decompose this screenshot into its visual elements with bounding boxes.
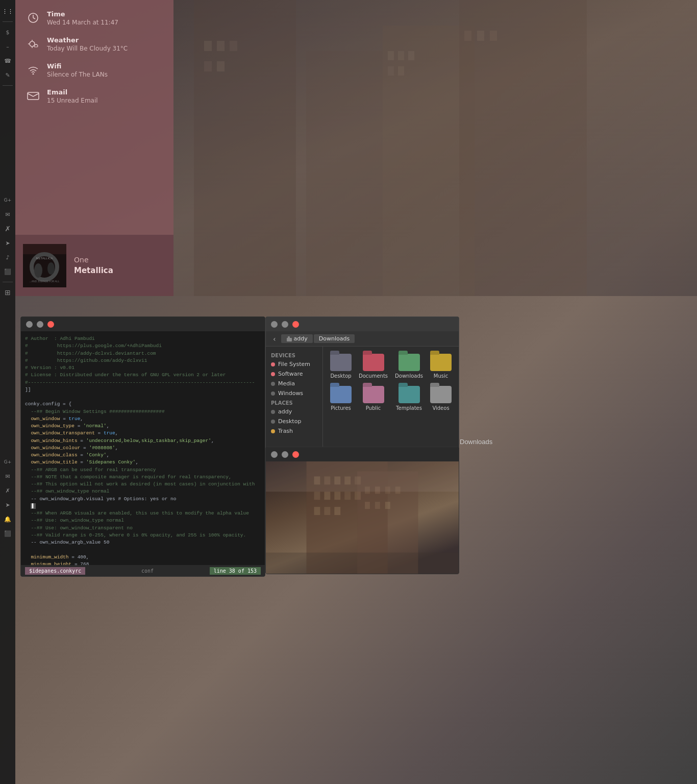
folder-label: Music	[434, 373, 448, 379]
sidebar-item-label: Media	[278, 380, 295, 387]
reddit-icon[interactable]: ⬛	[2, 265, 14, 278]
img-minimize-button[interactable]	[271, 451, 278, 458]
code-statusbar: $idepanes.conkyrc conf line 38 of 153	[21, 565, 265, 576]
mail-icon[interactable]: ✉	[2, 208, 14, 220]
svg-rect-60	[266, 461, 459, 492]
folder-music[interactable]: Music	[428, 352, 454, 381]
svg-rect-14	[398, 66, 404, 76]
music-info: One Metallica	[74, 256, 113, 275]
wifi-icon	[26, 62, 41, 78]
svg-rect-17	[490, 31, 497, 41]
svg-text:METALLICA: METALLICA	[36, 257, 53, 260]
music-player: METALLICA ...AND JUSTICE FOR ALL One Met…	[15, 235, 173, 296]
tool-icon[interactable]: ✗	[2, 223, 14, 235]
tool2-icon[interactable]: ✗	[2, 484, 14, 497]
bell-icon[interactable]: 🔔	[2, 513, 14, 525]
fm-breadcrumb: addy Downloads	[281, 334, 355, 343]
svg-rect-36	[288, 336, 290, 339]
phone-icon[interactable]: ☎	[2, 55, 14, 67]
fm-minimize-button[interactable]	[271, 321, 278, 328]
sidebar-item-addy[interactable]: addy	[266, 407, 322, 416]
reddit2-icon[interactable]: ⬛	[2, 527, 14, 540]
code-line: # Author : Adhi Pambudi	[25, 335, 261, 342]
svg-rect-61	[266, 553, 459, 574]
code-line: own_window_class = 'Conky',	[25, 452, 261, 459]
svg-rect-16	[477, 31, 484, 41]
code-line: own_window = true,	[25, 415, 261, 423]
fm-back-button[interactable]: ‹	[271, 335, 278, 343]
close-button[interactable]	[47, 321, 54, 328]
email-icon	[26, 88, 41, 104]
folder-label: Desktop	[330, 373, 351, 379]
apps-icon[interactable]: ⊞	[2, 286, 14, 299]
track-name: One	[74, 256, 113, 264]
dot-icon	[271, 410, 275, 414]
music-icon[interactable]: ♪	[2, 251, 14, 263]
folder-documents[interactable]: Documents	[357, 352, 390, 381]
svg-rect-49	[355, 492, 361, 500]
sidebar-item-trash[interactable]: Trash	[266, 426, 322, 436]
gplus2-icon[interactable]: G+	[2, 456, 14, 468]
weather-label: Weather	[47, 36, 128, 44]
folder-icon	[363, 354, 384, 371]
img-close-button[interactable]	[292, 451, 299, 458]
time-label: Time	[47, 10, 118, 18]
folder-pictures[interactable]: Pictures	[328, 384, 354, 413]
send2-icon[interactable]: ➤	[2, 499, 14, 511]
code-line: conky.config = {	[25, 401, 261, 408]
places-label: PLACES	[266, 398, 322, 407]
fm-crumb-addy[interactable]: addy	[281, 334, 313, 343]
sidebar-item-desktop[interactable]: Desktop	[266, 416, 322, 426]
maximize-button[interactable]	[37, 321, 43, 328]
folder-label: Videos	[432, 405, 449, 411]
time-widget: Time Wed 14 March at 11:47	[26, 10, 163, 26]
fm-sidebar: DEVICES File System Software Media Windo…	[266, 347, 323, 452]
image-viewer-window	[265, 447, 459, 574]
fm-navigation: ‹ addy Downloads	[266, 331, 459, 347]
dollar-icon[interactable]: $	[2, 26, 14, 38]
folder-desktop[interactable]: Desktop	[328, 352, 354, 381]
pen-icon[interactable]: ✎	[2, 69, 14, 81]
sidebar-item-filesystem[interactable]: File System	[266, 359, 322, 369]
gplus-icon[interactable]: G+	[2, 194, 14, 206]
img-maximize-button[interactable]	[282, 451, 288, 458]
svg-rect-50	[314, 507, 320, 515]
code-line: -- own_window_argb.visual yes # Options:…	[25, 496, 261, 503]
svg-rect-46	[324, 492, 330, 500]
folder-icon	[330, 386, 352, 403]
minimize-button[interactable]	[26, 321, 33, 328]
code-line: minimum_height = 768,	[25, 561, 261, 565]
fm-close-button[interactable]	[292, 321, 299, 328]
code-line: --## When ARGB visuals are enabled, this…	[25, 510, 261, 517]
code-line: # License : Distributed under the terms …	[25, 372, 261, 379]
folder-public[interactable]: Public	[357, 384, 390, 413]
folder-downloads[interactable]: Downloads	[393, 352, 425, 381]
sidebar-item-windows[interactable]: Windows	[266, 388, 322, 398]
folder-label: Documents	[359, 373, 388, 379]
sidebar-item-label: File System	[278, 361, 310, 368]
svg-rect-48	[344, 492, 351, 500]
folder-icon	[399, 386, 420, 403]
dot-icon	[271, 429, 275, 433]
folder-label: Downloads	[395, 373, 423, 379]
code-line	[25, 394, 261, 401]
email-widget: Email 15 Unread Email	[26, 88, 163, 104]
sidebar-item-software[interactable]: Software	[266, 369, 322, 379]
file-manager-window: ‹ addy Downloads DEVICES File System Sof…	[265, 316, 459, 454]
folder-templates[interactable]: Templates	[393, 384, 425, 413]
svg-rect-26	[28, 92, 39, 100]
svg-rect-8	[204, 61, 212, 71]
mail2-icon[interactable]: ✉	[2, 470, 14, 482]
fm-maximize-button[interactable]	[282, 321, 288, 328]
minus-icon[interactable]: –	[2, 40, 14, 53]
code-line: --## own_window_type normal	[25, 488, 261, 495]
svg-rect-6	[217, 41, 225, 51]
sidebar-item-media[interactable]: Media	[266, 379, 322, 388]
folder-videos[interactable]: Videos	[428, 384, 454, 413]
code-content[interactable]: # Author : Adhi Pambudi # https://plus.g…	[21, 331, 265, 565]
send-icon[interactable]: ➤	[2, 237, 14, 249]
svg-rect-57	[365, 502, 370, 509]
svg-rect-59	[385, 502, 390, 509]
fm-crumb-downloads[interactable]: Downloads	[314, 334, 355, 343]
grid-icon[interactable]: ⋮⋮	[2, 5, 14, 17]
